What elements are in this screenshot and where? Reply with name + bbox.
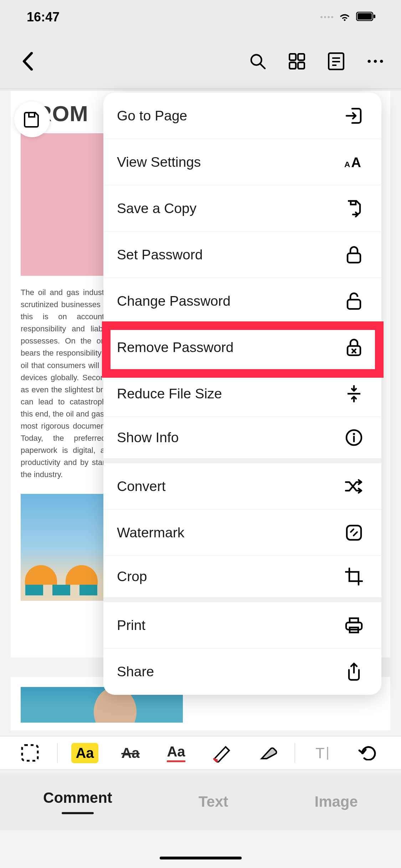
menu-item-convert[interactable]: Convert — [103, 463, 381, 510]
floppy-disk-icon — [24, 111, 40, 128]
bottom-tab-bar: Comment Text Image — [0, 773, 401, 830]
annotation-tool-row: Aa Aa Aa T — [0, 736, 401, 770]
tab-image[interactable]: Image — [314, 793, 358, 810]
compress-icon — [344, 384, 364, 403]
svg-rect-1 — [358, 13, 372, 20]
status-bar: 16:47 — [0, 0, 401, 34]
pen-tool[interactable] — [200, 740, 243, 766]
highlight-tool[interactable]: Aa — [63, 740, 106, 766]
unlock-icon — [344, 291, 364, 311]
tab-label: Image — [314, 793, 358, 810]
more-button[interactable] — [367, 53, 384, 70]
strikethrough-tool[interactable]: Aa — [109, 740, 152, 766]
undo-button[interactable] — [346, 740, 389, 766]
svg-rect-2 — [374, 15, 375, 18]
divider — [57, 743, 58, 763]
menu-item-share[interactable]: Share — [103, 649, 381, 695]
svg-rect-30 — [346, 622, 362, 630]
underline-tool[interactable]: Aa — [155, 740, 197, 766]
wifi-icon — [338, 11, 351, 23]
menu-label: Watermark — [117, 525, 184, 541]
shuffle-icon — [344, 477, 364, 496]
menu-label: Convert — [117, 479, 166, 494]
svg-line-29 — [354, 532, 357, 536]
printer-icon — [344, 616, 364, 635]
top-toolbar — [0, 34, 401, 89]
svg-rect-16 — [29, 113, 35, 117]
menu-label: Save a Copy — [117, 201, 196, 216]
menu-item-print[interactable]: Print — [103, 602, 381, 649]
menu-label: Show Info — [117, 430, 179, 445]
menu-label: Crop — [117, 569, 147, 584]
tab-label: Comment — [43, 789, 112, 806]
text-insert-tool[interactable]: T — [301, 740, 344, 766]
home-indicator — [160, 857, 242, 859]
crop-icon — [344, 567, 364, 586]
cellular-signal-icon — [320, 16, 333, 18]
svg-point-15 — [380, 60, 383, 63]
svg-rect-20 — [348, 253, 360, 263]
menu-item-change-password[interactable]: Change Password — [103, 278, 381, 324]
back-button[interactable] — [17, 51, 38, 72]
strikethrough-sample: Aa — [121, 745, 139, 761]
menu-label: Change Password — [117, 293, 231, 309]
menu-label: Set Password — [117, 247, 203, 263]
svg-rect-7 — [289, 62, 296, 69]
svg-rect-5 — [289, 54, 296, 60]
options-menu: Go to Page View Settings AA Save a Copy … — [103, 93, 381, 695]
menu-label: Remove Password — [117, 340, 233, 355]
svg-text:A: A — [344, 160, 350, 169]
save-floating-button[interactable] — [14, 102, 50, 137]
svg-point-25 — [353, 433, 355, 435]
menu-label: Reduce File Size — [117, 386, 222, 402]
watermark-icon — [344, 523, 364, 542]
tab-text[interactable]: Text — [199, 793, 228, 810]
svg-rect-31 — [350, 618, 358, 622]
menu-item-view-settings[interactable]: View Settings AA — [103, 139, 381, 185]
search-button[interactable] — [249, 53, 266, 70]
battery-icon — [356, 12, 376, 22]
svg-line-4 — [261, 64, 265, 68]
svg-rect-34 — [22, 745, 38, 761]
underline-sample: Aa — [167, 744, 185, 762]
outline-button[interactable] — [328, 53, 345, 70]
select-area-tool[interactable] — [9, 740, 51, 766]
svg-line-28 — [351, 529, 354, 532]
go-to-page-icon — [344, 106, 364, 125]
menu-item-go-to-page[interactable]: Go to Page — [103, 93, 381, 139]
svg-text:A: A — [351, 154, 361, 170]
menu-item-show-info[interactable]: Show Info — [103, 417, 381, 463]
lock-icon — [344, 245, 364, 264]
tab-label: Text — [199, 793, 228, 810]
menu-item-remove-password[interactable]: Remove Password — [103, 324, 381, 371]
menu-label: Print — [117, 618, 145, 633]
svg-rect-6 — [298, 54, 304, 60]
eraser-tool[interactable] — [246, 740, 289, 766]
svg-text:T: T — [315, 745, 325, 761]
menu-label: Go to Page — [117, 108, 187, 124]
lock-remove-icon — [344, 338, 364, 357]
menu-item-save-a-copy[interactable]: Save a Copy — [103, 185, 381, 232]
active-tab-indicator — [62, 812, 94, 814]
menu-label: View Settings — [117, 154, 201, 170]
info-icon — [344, 428, 364, 447]
svg-point-13 — [367, 60, 371, 63]
highlight-sample: Aa — [71, 743, 98, 763]
menu-item-reduce-file-size[interactable]: Reduce File Size — [103, 371, 381, 417]
svg-rect-27 — [347, 526, 361, 540]
save-copy-icon — [344, 199, 364, 218]
svg-rect-19 — [351, 201, 356, 205]
menu-item-set-password[interactable]: Set Password — [103, 232, 381, 278]
share-icon — [344, 662, 364, 681]
svg-point-35 — [215, 759, 218, 762]
menu-label: Share — [117, 664, 154, 680]
clock: 16:47 — [27, 10, 60, 25]
text-size-icon: AA — [344, 153, 364, 172]
menu-item-watermark[interactable]: Watermark — [103, 510, 381, 556]
menu-item-crop[interactable]: Crop — [103, 556, 381, 602]
thumbnails-button[interactable] — [288, 53, 305, 70]
tab-comment[interactable]: Comment — [43, 789, 112, 814]
svg-rect-8 — [298, 62, 304, 69]
divider — [294, 743, 295, 763]
status-icons — [320, 11, 376, 23]
